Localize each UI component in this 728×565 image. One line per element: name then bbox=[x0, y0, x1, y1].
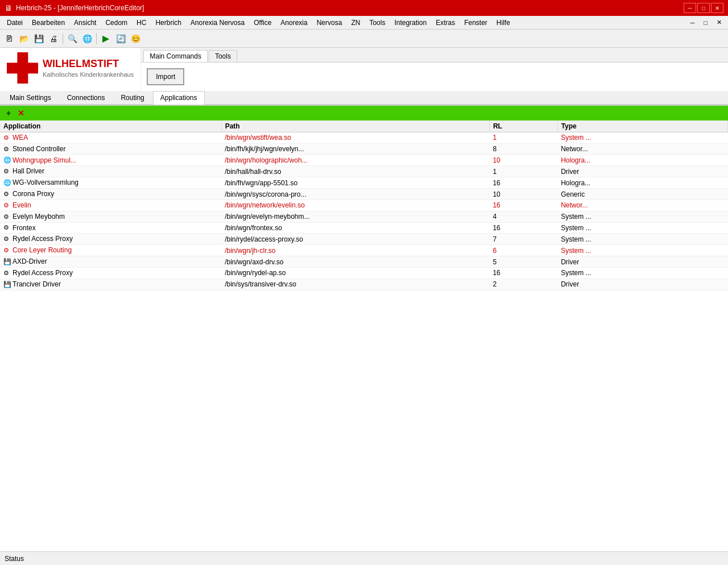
cell-path: /bin/wgn/rydel-ap.so bbox=[221, 267, 489, 279]
cmd-content: Import bbox=[141, 63, 728, 91]
cell-rl: 6 bbox=[489, 245, 557, 256]
menu-item-hilfe[interactable]: Hilfe bbox=[492, 16, 515, 29]
cell-path: /bin/wgn/axd-drv.so bbox=[221, 256, 489, 268]
cell-rl: 5 bbox=[489, 256, 557, 268]
import-button[interactable]: Import bbox=[147, 68, 184, 85]
menu-item-tools[interactable]: Tools bbox=[365, 16, 390, 29]
menu-item-office[interactable]: Office bbox=[249, 16, 276, 29]
menu-close-btn[interactable]: ✕ bbox=[713, 18, 726, 27]
cell-type: Hologra... bbox=[557, 155, 727, 166]
table-row[interactable]: ⚙Rydel Access Proxy/bin/wgn/rydel-ap.so1… bbox=[0, 267, 728, 279]
table-row[interactable]: ⚙Rydel Access Proxy/bin/rydel/access-pro… bbox=[0, 234, 728, 245]
menu-item-integration[interactable]: Integration bbox=[390, 16, 431, 29]
run-btn[interactable]: ▶ bbox=[99, 32, 113, 45]
table-row[interactable]: ⚙Corona Proxy/bin/wgn/sysc/corona-pro...… bbox=[0, 189, 728, 200]
cell-app-name: ⚙Hall Driver bbox=[0, 166, 221, 177]
minimize-button[interactable]: ─ bbox=[684, 3, 696, 13]
applications-table: Application Path RL Type ⚙WEA/bin/wgn/ws… bbox=[0, 121, 728, 290]
add-button[interactable]: + bbox=[3, 108, 14, 118]
tab-applications[interactable]: Applications bbox=[153, 91, 205, 105]
web-btn[interactable]: 🌐 bbox=[80, 32, 94, 45]
cell-app-name: ⚙Rydel Access Proxy bbox=[0, 267, 221, 279]
cell-path: /bin/wgn/sysc/corona-pro... bbox=[221, 189, 489, 200]
cell-path: /bin/wgn/network/evelin.so bbox=[221, 200, 489, 211]
table-row[interactable]: ⚙Core Leyer Routing/bin/wgn/jh-clr.so6Sy… bbox=[0, 245, 728, 256]
separator-1 bbox=[63, 33, 63, 44]
app-icon: 🖥 bbox=[5, 3, 13, 13]
row-icon: ⚙ bbox=[3, 190, 11, 198]
menu-bar: DateiBearbeitenAnsichtCedomHCHerbrichAno… bbox=[0, 16, 728, 30]
maximize-button[interactable]: □ bbox=[697, 3, 710, 13]
data-table-container[interactable]: Application Path RL Type ⚙WEA/bin/wgn/ws… bbox=[0, 121, 728, 565]
print-btn[interactable]: 🖨 bbox=[47, 32, 60, 45]
cell-path: /bin/wgn/jh-clr.so bbox=[221, 245, 489, 256]
menu-item-herbrich[interactable]: Herbrich bbox=[151, 16, 185, 29]
cell-type: Driver bbox=[557, 279, 727, 290]
tab-routing[interactable]: Routing bbox=[113, 91, 151, 104]
cell-rl: 16 bbox=[489, 267, 557, 279]
table-row[interactable]: 🌐WG-Vollversammlung/bin/fh/wgn/app-5501.… bbox=[0, 177, 728, 189]
row-icon: 🌐 bbox=[3, 156, 11, 164]
table-row[interactable]: ⚙WEA/bin/wgn/wstift/wea.so1System ... bbox=[0, 132, 728, 144]
logo-text: WILHELMSTIFT Katholisches Kinderkrankenh… bbox=[43, 57, 134, 79]
col-header-path: Path bbox=[221, 121, 489, 132]
status-bar: Status bbox=[0, 551, 728, 565]
open-btn[interactable]: 📂 bbox=[17, 32, 31, 45]
cell-rl: 10 bbox=[489, 155, 557, 166]
tab-connections[interactable]: Connections bbox=[60, 91, 113, 104]
table-row[interactable]: ⚙Stoned Controller/bin/fh/kjk/jhj/wgn/ev… bbox=[0, 143, 728, 155]
cell-type: Networ... bbox=[557, 143, 727, 155]
cell-app-name: ⚙Core Leyer Routing bbox=[0, 245, 221, 256]
row-icon: ⚙ bbox=[3, 134, 11, 142]
menu-item-hc[interactable]: HC bbox=[132, 16, 151, 29]
menu-item-cedom[interactable]: Cedom bbox=[101, 16, 132, 29]
tab-tools[interactable]: Tools bbox=[209, 50, 237, 62]
cell-app-name: ⚙Corona Proxy bbox=[0, 189, 221, 200]
menu-item-anorexia[interactable]: Anorexia bbox=[276, 16, 312, 29]
tab-main-commands[interactable]: Main Commands bbox=[143, 50, 208, 62]
new-btn[interactable]: 🖹 bbox=[2, 32, 16, 45]
menu-item-ansicht[interactable]: Ansicht bbox=[69, 16, 101, 29]
logo-and-tabs: WILHELMSTIFT Katholisches Kinderkrankenh… bbox=[0, 48, 728, 91]
table-row[interactable]: 💾AXD-Driver/bin/wgn/axd-drv.so5Driver bbox=[0, 256, 728, 268]
cmd-tab-row: Main Commands Tools bbox=[141, 48, 728, 63]
save-btn[interactable]: 💾 bbox=[32, 32, 46, 45]
cell-app-name: 💾AXD-Driver bbox=[0, 256, 221, 268]
table-row[interactable]: ⚙Evelyn Meybohm/bin/wgn/evelyn-meybohm..… bbox=[0, 211, 728, 222]
smiley-btn[interactable]: 😊 bbox=[129, 32, 142, 45]
cell-type: Driver bbox=[557, 166, 727, 177]
menu-minimize-btn[interactable]: ─ bbox=[686, 18, 699, 27]
row-icon: ⚙ bbox=[3, 202, 11, 210]
menu-item-nervosa[interactable]: Nervosa bbox=[312, 16, 347, 29]
menu-item-bearbeiten[interactable]: Bearbeiten bbox=[27, 16, 69, 29]
cell-type: System ... bbox=[557, 234, 727, 245]
cell-type: Generic bbox=[557, 189, 727, 200]
cell-rl: 16 bbox=[489, 200, 557, 211]
menu-item-datei[interactable]: Datei bbox=[2, 16, 27, 29]
menu-restore-btn[interactable]: □ bbox=[700, 18, 712, 27]
cell-path: /bin/wgn/evelyn-meybohm... bbox=[221, 211, 489, 222]
delete-button[interactable]: ✕ bbox=[16, 108, 26, 118]
menu-item-anorexia-nervosa[interactable]: Anorexia Nervosa bbox=[186, 16, 249, 29]
cell-path: /bin/hall/hall-drv.so bbox=[221, 166, 489, 177]
logo-box: WILHELMSTIFT Katholisches Kinderkrankenh… bbox=[7, 52, 134, 84]
search-btn[interactable]: 🔍 bbox=[65, 32, 79, 45]
table-row[interactable]: ⚙Evelin/bin/wgn/network/evelin.so16Netwo… bbox=[0, 200, 728, 211]
separator-2 bbox=[96, 33, 97, 44]
table-row[interactable]: ⚙Frontex/bin/wgn/frontex.so16System ... bbox=[0, 222, 728, 234]
close-button[interactable]: ✕ bbox=[711, 3, 723, 13]
menu-item-extras[interactable]: Extras bbox=[431, 16, 460, 29]
table-row[interactable]: ⚙Hall Driver/bin/hall/hall-drv.so1Driver bbox=[0, 166, 728, 177]
tab-main-settings[interactable]: Main Settings bbox=[2, 91, 59, 104]
menu-item-fenster[interactable]: Fenster bbox=[460, 16, 492, 29]
row-icon: ⚙ bbox=[3, 146, 11, 153]
menu-item-zn[interactable]: ZN bbox=[346, 16, 365, 29]
refresh-btn[interactable]: 🔄 bbox=[114, 32, 127, 45]
status-text: Status bbox=[5, 555, 24, 563]
logo-name: WILHELMSTIFT bbox=[43, 57, 134, 70]
col-header-application: Application bbox=[0, 121, 221, 132]
cell-path: /bin/fh/wgn/app-5501.so bbox=[221, 177, 489, 189]
cell-type: System ... bbox=[557, 245, 727, 256]
table-row[interactable]: 🌐Wohngruppe Simul.../bin/wgn/holographic… bbox=[0, 155, 728, 166]
table-row[interactable]: 💾Tranciver Driver/bin/sys/transiver-drv.… bbox=[0, 279, 728, 290]
